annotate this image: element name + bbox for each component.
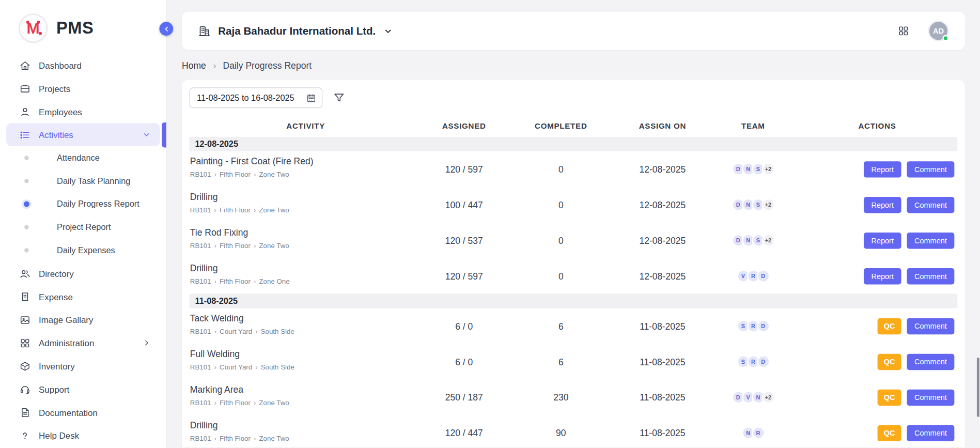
company-name: Raja Bahadur International Ltd. bbox=[218, 25, 376, 37]
comment-button[interactable]: Comment bbox=[907, 196, 954, 212]
projects-icon bbox=[20, 83, 31, 94]
sidebar-subitem-daily-expenses[interactable]: Daily Expenses bbox=[6, 239, 160, 262]
sidebar-subitem-attendance[interactable]: Attendance bbox=[6, 146, 160, 169]
team-avatars: DNS+2 bbox=[709, 234, 797, 246]
assign-on-value: 12-08-2025 bbox=[616, 271, 709, 281]
content-card: 11-08-2025 to 16-08-2025 ACTIVITYASSIGNE… bbox=[182, 80, 965, 447]
path-chevron-icon: › bbox=[214, 242, 216, 249]
comment-button[interactable]: Comment bbox=[907, 318, 954, 334]
sidebar-subitem-label: Daily Task Planning bbox=[57, 176, 130, 186]
sidebar-subitem-label: Daily Expenses bbox=[57, 245, 115, 255]
comment-button[interactable]: Comment bbox=[907, 268, 954, 284]
company-selector[interactable]: Raja Bahadur International Ltd. bbox=[198, 25, 394, 37]
activity-path: RB101›Fifth Floor›Zone Two bbox=[190, 399, 417, 407]
sidebar-subitem-project-report[interactable]: Project Report bbox=[6, 215, 160, 239]
path-chevron-icon: › bbox=[214, 363, 216, 370]
path-segment: Zone Two bbox=[259, 171, 289, 178]
sidebar-item-activities[interactable]: Activities bbox=[6, 123, 160, 146]
assigned-value: 120 / 537 bbox=[422, 235, 506, 245]
actions-cell: ReportComment bbox=[797, 196, 957, 212]
qc-button[interactable]: QC bbox=[878, 318, 901, 334]
filter-icon[interactable] bbox=[333, 92, 345, 104]
comment-button[interactable]: Comment bbox=[907, 232, 954, 248]
sidebar-item-expense[interactable]: Expense bbox=[6, 285, 160, 308]
sidebar-item-inventory[interactable]: Inventory bbox=[6, 354, 160, 378]
qc-button[interactable]: QC bbox=[878, 353, 901, 369]
expense-icon bbox=[20, 291, 31, 302]
actions-cell: ReportComment bbox=[797, 268, 957, 284]
logo[interactable]: M PMS bbox=[0, 0, 166, 42]
activity-row: DrillingRB101›Fifth Floor›Zone Two100 / … bbox=[190, 187, 958, 223]
completed-value: 6 bbox=[506, 357, 616, 366]
bullet-icon bbox=[24, 225, 28, 229]
sidebar-item-documentation[interactable]: Documentation bbox=[6, 400, 160, 424]
report-button[interactable]: Report bbox=[864, 161, 901, 177]
scrollbar-thumb[interactable] bbox=[977, 358, 979, 417]
breadcrumb-home[interactable]: Home bbox=[182, 60, 206, 70]
qc-button[interactable]: QC bbox=[878, 425, 901, 441]
activity-title: Painting - First Coat (Fire Red) bbox=[190, 156, 417, 166]
path-segment: Fifth Floor bbox=[220, 277, 251, 285]
team-avatar: D bbox=[756, 355, 769, 368]
path-segment: Zone Two bbox=[259, 242, 289, 250]
sidebar-item-image-gallary[interactable]: Image Gallary bbox=[6, 308, 160, 331]
sidebar-collapse-button[interactable] bbox=[159, 22, 173, 36]
path-chevron-icon: › bbox=[214, 278, 216, 285]
sidebar-item-label: Support bbox=[39, 384, 69, 394]
comment-button[interactable]: Comment bbox=[907, 425, 954, 441]
sidebar-item-label: Image Gallary bbox=[39, 315, 93, 325]
toolbar: 11-08-2025 to 16-08-2025 bbox=[190, 87, 958, 108]
column-header-activity: ACTIVITY bbox=[190, 122, 422, 131]
report-button[interactable]: Report bbox=[864, 196, 901, 212]
path-segment: RB101 bbox=[190, 363, 211, 371]
sidebar-item-label: Dashboard bbox=[39, 60, 82, 70]
column-header-actions: ACTIONS bbox=[797, 122, 957, 131]
activity-row: DrillingRB101›Fifth Floor›Zone Two120 / … bbox=[190, 415, 958, 448]
sidebar-item-employees[interactable]: Employees bbox=[6, 100, 160, 123]
activity-title: Tie Rod Fixing bbox=[190, 227, 417, 237]
home-icon bbox=[20, 60, 31, 71]
sidebar-item-directory[interactable]: Directory bbox=[6, 262, 160, 285]
path-segment: Zone One bbox=[259, 277, 289, 285]
support-icon bbox=[20, 383, 31, 395]
logo-text: PMS bbox=[56, 19, 94, 38]
team-extra-count[interactable]: +2 bbox=[761, 234, 774, 246]
sidebar-subitem-daily-task-planning[interactable]: Daily Task Planning bbox=[6, 169, 160, 193]
activity-row: Tie Rod FixingRB101›Fifth Floor›Zone Two… bbox=[190, 223, 958, 258]
activity-path: RB101›Fifth Floor›Zone Two bbox=[190, 435, 417, 442]
completed-value: 0 bbox=[506, 200, 616, 210]
avatar[interactable]: AD bbox=[928, 21, 949, 41]
comment-button[interactable]: Comment bbox=[907, 353, 954, 369]
team-extra-count[interactable]: +2 bbox=[761, 163, 774, 176]
team-extra-count[interactable]: +2 bbox=[761, 198, 774, 211]
sidebar-subitem-daily-progress-report[interactable]: Daily Progress Report bbox=[6, 193, 160, 216]
sidebar-subitem-label: Daily Progress Report bbox=[57, 199, 139, 209]
assign-on-value: 11-08-2025 bbox=[616, 428, 709, 438]
activity-cell: DrillingRB101›Fifth Floor›Zone Two bbox=[190, 192, 422, 218]
completed-value: 6 bbox=[506, 321, 616, 331]
sidebar-item-administration[interactable]: Administration bbox=[6, 331, 160, 354]
building-icon bbox=[198, 25, 211, 37]
assign-on-value: 11-08-2025 bbox=[616, 321, 709, 331]
sidebar-item-help-desk[interactable]: Help Desk bbox=[6, 424, 160, 447]
report-button[interactable]: Report bbox=[864, 268, 901, 284]
directory-icon bbox=[20, 268, 31, 279]
breadcrumb-current: Daily Progress Report bbox=[223, 60, 312, 70]
apps-grid-icon[interactable] bbox=[897, 25, 909, 37]
path-segment: RB101 bbox=[190, 242, 211, 250]
table-body: 12-08-2025Painting - First Coat (Fire Re… bbox=[190, 137, 958, 448]
chevron-down-icon bbox=[142, 130, 151, 140]
team-avatars: VRD bbox=[709, 269, 797, 282]
date-range-input[interactable]: 11-08-2025 to 16-08-2025 bbox=[190, 87, 323, 108]
sidebar-item-support[interactable]: Support bbox=[6, 378, 160, 401]
path-segment: Zone Two bbox=[259, 435, 289, 442]
team-avatars: DNS+2 bbox=[709, 163, 797, 176]
comment-button[interactable]: Comment bbox=[907, 389, 954, 405]
sidebar-item-dashboard[interactable]: Dashboard bbox=[6, 54, 160, 77]
qc-button[interactable]: QC bbox=[878, 389, 901, 405]
sidebar-item-projects[interactable]: Projects bbox=[6, 77, 160, 100]
team-extra-count[interactable]: +2 bbox=[761, 391, 774, 404]
comment-button[interactable]: Comment bbox=[907, 161, 954, 177]
report-button[interactable]: Report bbox=[864, 232, 901, 248]
team-avatar: D bbox=[756, 269, 769, 282]
